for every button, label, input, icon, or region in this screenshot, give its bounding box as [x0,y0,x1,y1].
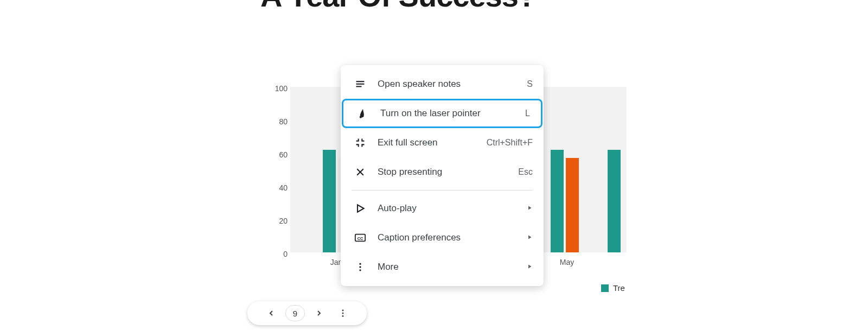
y-tick: 0 [283,250,288,258]
presentation-controls: 9 [247,301,367,325]
y-tick: 40 [279,183,288,192]
menu-label: More [378,262,526,272]
bar-group [608,150,640,252]
svg-rect-3 [356,81,365,82]
svg-marker-13 [528,236,532,239]
y-tick: 60 [279,150,288,159]
menu-label: Turn on the laser pointer [380,108,525,119]
svg-rect-4 [356,84,365,85]
svg-point-16 [359,269,361,271]
svg-point-0 [342,309,344,311]
notes-icon [354,78,367,91]
y-tick: 20 [279,217,288,225]
bar-trend2 [566,158,579,252]
next-slide-button[interactable] [309,303,329,323]
svg-marker-9 [358,205,364,212]
menu-item-caption-preferences[interactable]: CC Caption preferences [341,223,544,252]
menu-item-more[interactable]: More [341,252,544,282]
bar-trend1 [323,150,336,252]
svg-marker-17 [528,265,532,269]
close-icon [354,166,367,179]
legend-swatch [601,284,609,292]
exit-fullscreen-icon [354,136,367,149]
menu-label: Auto-play [378,203,526,214]
menu-label: Open speaker notes [378,79,527,90]
menu-label: Caption preferences [378,232,526,243]
submenu-arrow-icon [526,204,533,213]
bar-trend1 [551,150,564,252]
more-vert-icon [354,261,367,274]
menu-item-laser-pointer[interactable]: Turn on the laser pointer L [342,99,542,128]
menu-shortcut: Esc [518,167,533,177]
menu-shortcut: Ctrl+Shift+F [487,138,533,148]
menu-shortcut: S [527,79,533,89]
svg-text:CC: CC [358,236,363,241]
cc-icon: CC [354,231,367,244]
svg-rect-5 [356,86,362,87]
laser-icon [356,107,369,120]
svg-point-14 [359,263,361,265]
y-tick: 80 [279,117,288,126]
bar-trend1 [608,150,621,252]
more-options-button[interactable] [333,303,353,323]
chevron-left-icon [267,309,276,318]
svg-point-15 [359,266,361,268]
legend-label: Tre [613,283,625,293]
submenu-arrow-icon [526,233,533,242]
page-title: A Year Of Success? [260,0,536,14]
menu-label: Exit full screen [378,137,487,148]
svg-point-1 [342,313,344,314]
svg-point-2 [342,315,344,317]
menu-item-stop-presenting[interactable]: Stop presenting Esc [341,157,544,187]
y-tick: 100 [275,84,288,93]
x-tick: May [556,258,578,266]
svg-marker-10 [528,206,532,210]
chart-legend: Tre [601,283,625,293]
menu-label: Stop presenting [378,167,518,177]
prev-slide-button[interactable] [261,303,281,323]
presentation-menu: Open speaker notes S Turn on the laser p… [341,65,544,286]
menu-item-autoplay[interactable]: Auto-play [341,194,544,223]
submenu-arrow-icon [526,263,533,271]
chevron-right-icon [315,309,323,318]
menu-divider [352,190,533,191]
menu-shortcut: L [525,109,530,118]
menu-item-speaker-notes[interactable]: Open speaker notes S [341,69,544,99]
svg-point-6 [360,116,362,118]
page-number[interactable]: 9 [285,305,305,321]
bar-group [551,150,583,252]
play-outline-icon [354,202,367,215]
more-vert-icon [338,308,348,318]
menu-item-exit-fullscreen[interactable]: Exit full screen Ctrl+Shift+F [341,128,544,157]
